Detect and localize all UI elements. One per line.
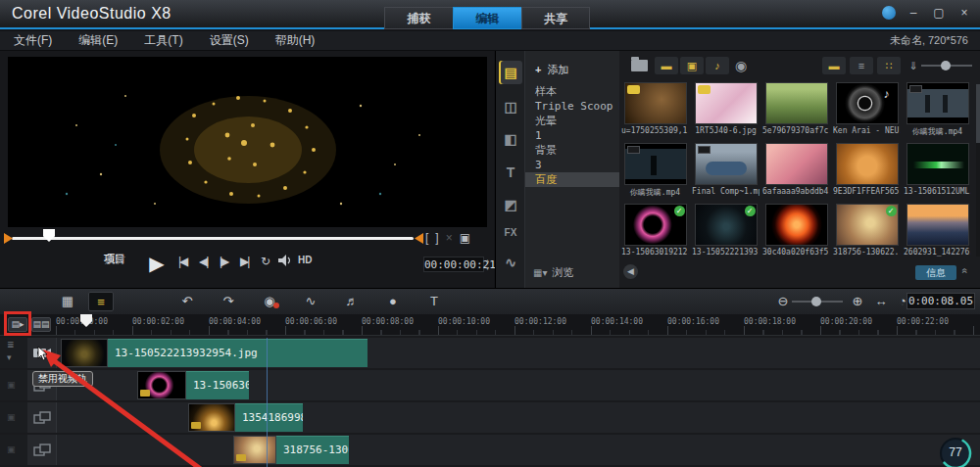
library-item[interactable]: 13-15061512UML... xyxy=(904,143,971,198)
media-icon[interactable]: ▤ xyxy=(499,61,522,84)
library-item[interactable]: 6afaaaa9abddb4... xyxy=(762,143,830,198)
library-folder[interactable]: 背景 xyxy=(525,143,619,158)
video-track-content[interactable]: 13-150522213932954.jpg xyxy=(57,338,980,368)
record-capture-option-icon[interactable]: ◉ xyxy=(729,57,753,74)
add-folder-button[interactable]: +添加 xyxy=(535,63,568,77)
scrubber-track[interactable] xyxy=(12,237,414,240)
track-mini-icon[interactable]: ▣ xyxy=(7,412,16,422)
undo-icon[interactable]: ↶ xyxy=(174,292,200,311)
library-item[interactable]: ✓13-15052221393... xyxy=(692,204,760,257)
thumbnail-view-icon[interactable]: ▬ xyxy=(822,57,846,74)
sound-mixer-icon[interactable]: ∿ xyxy=(298,292,323,311)
repeat-icon[interactable]: ↻ xyxy=(261,255,269,268)
overlay-track-2-header[interactable] xyxy=(27,402,57,433)
show-videos-icon[interactable]: ▬ xyxy=(655,57,678,74)
library-item[interactable]: 9E3DF1FFEAF565... xyxy=(833,143,901,198)
track-layout-button[interactable]: ▤▤ xyxy=(31,317,51,332)
library-item[interactable]: 2602931_142276... xyxy=(904,204,971,257)
show-photos-icon[interactable]: ▣ xyxy=(680,57,704,74)
restore-button[interactable]: ▢ xyxy=(931,6,947,20)
timeline-clip[interactable]: 318756-1306222 xyxy=(233,436,349,464)
next-icon[interactable]: ▶| xyxy=(240,255,248,268)
zoom-out-icon[interactable]: ⊖ xyxy=(770,292,796,311)
split-clip-icon[interactable]: × xyxy=(446,231,453,245)
menu-item[interactable]: 编辑(E) xyxy=(78,32,118,49)
tab-capture[interactable]: 捕获 xyxy=(384,7,453,29)
overlay-track-2-content[interactable]: 135418699876 xyxy=(57,402,980,433)
import-folder-icon[interactable] xyxy=(631,60,648,71)
library-item[interactable]: Ken Arai - NEU... xyxy=(833,82,901,137)
library-item[interactable]: 30c40a020f63f5... xyxy=(762,204,830,257)
library-item[interactable]: u=1750255309,1... xyxy=(621,82,689,137)
show-music-icon[interactable]: ♪ xyxy=(706,57,729,74)
prev-frame-icon[interactable]: ◀| xyxy=(199,255,207,268)
overlay-track-3-header[interactable] xyxy=(27,435,57,465)
track-effects-icon[interactable]: ● xyxy=(380,292,406,311)
volume-icon[interactable] xyxy=(278,255,292,269)
timeline-time-display[interactable]: 0:00:08.05 xyxy=(906,293,975,309)
overlay-track-3-content[interactable]: 318756-1306222 xyxy=(57,435,980,465)
library-item[interactable]: ✓318756-130622... xyxy=(833,204,901,257)
play-button[interactable]: ▶ xyxy=(143,251,171,276)
next-frame-icon[interactable]: |▶ xyxy=(220,255,227,268)
mode-clip-label[interactable]: 素材 xyxy=(104,255,125,283)
menu-item[interactable]: 文件(F) xyxy=(14,32,52,49)
library-item[interactable]: 你瞒我瞒.mp4 xyxy=(904,82,971,137)
library-item[interactable]: Final Comp~1.mp4 xyxy=(692,143,760,198)
motion-path-icon[interactable]: ∿ xyxy=(499,251,522,274)
storyboard-view-icon[interactable]: ▦ xyxy=(55,292,80,311)
list-view-icon[interactable]: ≡ xyxy=(850,57,873,74)
tab-share[interactable]: 共享 xyxy=(521,7,590,29)
tab-edit[interactable]: 编辑 xyxy=(453,7,521,29)
timeline-clip[interactable]: 135418699876 xyxy=(188,403,303,432)
info-button[interactable]: 信息 xyxy=(915,265,956,280)
redo-icon[interactable]: ↷ xyxy=(216,292,241,311)
close-button[interactable]: × xyxy=(956,6,972,20)
timeline-clip[interactable]: 13-150522213932954.jpg xyxy=(61,339,368,367)
grid-view-icon[interactable]: ∷ xyxy=(877,57,901,74)
library-folder[interactable]: 光晕 xyxy=(525,114,619,128)
track-mini-icon[interactable]: ▣ xyxy=(7,380,16,390)
transition-icon[interactable]: ◧ xyxy=(499,127,522,151)
library-folder[interactable]: 百度 xyxy=(525,172,619,187)
hd-preview-button[interactable]: HD xyxy=(298,255,312,265)
track-manager-button[interactable]: ▤▸ xyxy=(8,317,27,332)
browse-button[interactable]: ▦▾ 浏览 xyxy=(533,265,573,280)
collapse-icon[interactable]: « xyxy=(959,268,970,274)
subtitle-editor-icon[interactable]: T xyxy=(421,292,447,311)
mark-in-icon[interactable]: [ xyxy=(425,231,428,245)
menu-item[interactable]: 工具(T) xyxy=(144,32,182,49)
menu-item[interactable]: 设置(S) xyxy=(210,32,249,49)
preview-timecode[interactable]: 00:00:00:21 xyxy=(423,257,484,272)
library-folder[interactable]: Triple Scoop M... xyxy=(525,99,619,114)
timeline-clip[interactable]: 13-150630192... xyxy=(137,371,249,399)
scrubber-marker[interactable] xyxy=(43,229,55,242)
auto-music-icon[interactable]: ♬ xyxy=(339,292,365,311)
library-item[interactable]: 你瞒我瞒.mp4 xyxy=(621,143,689,198)
trim-start-handle[interactable] xyxy=(4,233,13,244)
time-ruler-icon[interactable]: ◔ xyxy=(890,292,915,311)
library-folder[interactable]: 样本 xyxy=(525,84,619,99)
thumb-size-knob[interactable] xyxy=(941,61,951,70)
enlarge-preview-icon[interactable]: ▣ xyxy=(460,231,470,245)
library-item[interactable]: 1RT5J40-6.jpg xyxy=(692,82,760,137)
back-icon[interactable]: ◀ xyxy=(623,264,638,279)
chevron-down-icon[interactable]: ▾ xyxy=(7,352,12,362)
minimize-button[interactable]: – xyxy=(906,6,921,20)
filter-fx-icon[interactable]: FX xyxy=(499,221,522,245)
timecode-spinner[interactable]: ▴▾ xyxy=(486,257,489,272)
mark-out-icon[interactable]: ] xyxy=(435,231,438,245)
trim-end-handle[interactable] xyxy=(415,233,423,244)
menu-item[interactable]: 帮助(H) xyxy=(275,32,316,49)
title-icon[interactable]: T xyxy=(499,161,522,184)
instant-project-icon[interactable]: ◫ xyxy=(499,95,522,118)
library-item[interactable]: 5e79679370af7c... xyxy=(762,82,830,137)
record-capture-icon[interactable]: ◉ xyxy=(257,292,282,311)
help-icon[interactable] xyxy=(882,6,896,20)
overlay-track-1-content[interactable]: 13-150630192... xyxy=(57,370,980,400)
zoom-in-icon[interactable]: ⊕ xyxy=(845,292,870,311)
track-list-icon[interactable]: ≣ xyxy=(7,340,15,350)
library-folder[interactable]: 1 xyxy=(525,128,619,143)
track-mini-icon[interactable]: ▣ xyxy=(7,444,16,454)
timeline-zoom-knob[interactable] xyxy=(811,297,821,306)
